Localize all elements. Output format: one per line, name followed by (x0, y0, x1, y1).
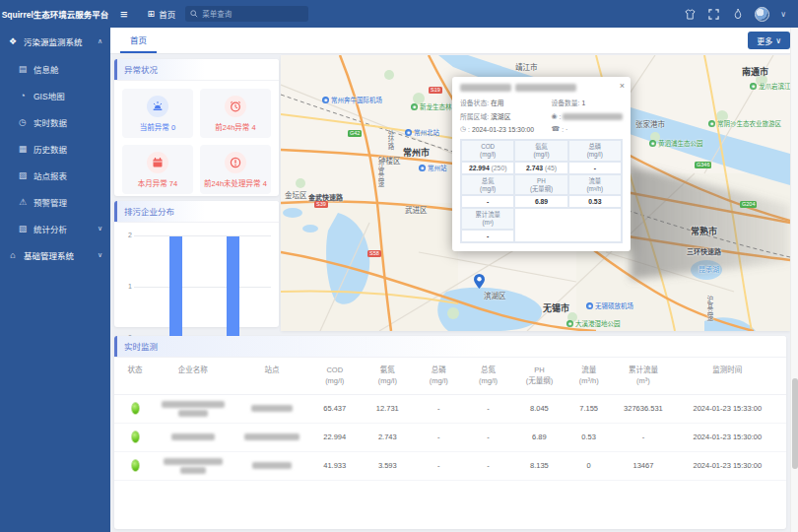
cell-监测时间: 2024-01-23 15:33:00 (675, 404, 780, 413)
column-header-累计流量: 累计流量(m³) (612, 365, 675, 387)
menu-item-icon: ◷ (18, 117, 28, 127)
table-row[interactable]: 41.9333.593--8.1350134672024-01-23 15:30… (114, 452, 786, 481)
cell-COD: 65.437 (308, 404, 362, 413)
map-poi-green-大溪港湿地公园: ●大溪港湿地公园 (566, 318, 621, 328)
enterprise-bar-chart: 210无锡市滨湖区 (134, 236, 271, 339)
map-label-靖江市: 靖江市 (515, 61, 538, 72)
sidebar-item-5[interactable]: ⚠ 预警管理 (0, 188, 110, 215)
map-label-金坛区: 金坛区 (285, 189, 307, 200)
sidebar-item-1[interactable]: ◔ GIS地图 (0, 82, 110, 108)
popup-param-value: - (461, 230, 514, 242)
sidebar-item-3[interactable]: ▦ 历史数据 (0, 135, 110, 162)
phone-value: · (565, 126, 567, 133)
sidebar-toggle-icon[interactable]: ≡ (110, 7, 138, 22)
menu-item-icon: ▦ (18, 144, 28, 154)
status-green-dot (131, 402, 140, 415)
user-avatar[interactable] (755, 7, 769, 22)
bar-滨湖区[interactable] (227, 236, 239, 338)
popup-param-value: 2.743 (45) (514, 162, 567, 174)
location-pin-icon: ◉ (551, 112, 557, 120)
enterprise-distribution-card: 排污企业分布 210无锡市滨湖区 (114, 201, 279, 327)
road-shield-S39: S39 (314, 201, 328, 208)
abnormal-stat-0[interactable]: 当前异常 0 (122, 89, 193, 138)
popup-param-value: 0.53 (568, 195, 622, 208)
menu-item-icon: ⚠ (18, 197, 28, 207)
cell-总磷: - (414, 432, 463, 441)
sidebar-item-2[interactable]: ◷ 实时数据 (0, 108, 110, 135)
map-poi-green-新龙生态林: ●新龙生态林 (411, 101, 452, 111)
sidebar-item-0[interactable]: ▤ 信息舱 (0, 55, 110, 82)
sidebar-nav: ❖ 污染源监测系统 ∧ ▤ 信息舱◔ GIS地图◷ 实时数据▦ 历史数据▨ 站点… (0, 28, 110, 532)
site-name-redacted (235, 462, 308, 469)
flame-icon[interactable] (731, 8, 744, 21)
cell-流量: 0 (565, 461, 612, 470)
bar-无锡市[interactable] (169, 236, 182, 338)
cell-累计流量: 13467 (612, 461, 675, 470)
sidebar-group-label: 基础管理系统 (24, 249, 74, 261)
status-green-dot (131, 459, 140, 472)
cell-流量: 7.155 (565, 404, 612, 413)
map-poi-blue-常州奔牛国际机场: ●常州奔牛国际机场 (322, 95, 382, 104)
cell-PH: 6.89 (513, 432, 566, 441)
table-row[interactable]: 22.9942.743--6.890.53-2024-01-23 15:30:0… (114, 424, 786, 452)
sidebar-item-6[interactable]: ▧ 统计分析∨ (0, 215, 110, 241)
chevron-down-icon: ∨ (775, 36, 781, 45)
map-panel[interactable]: 靖江市南通市张家港市●常州奔牛国际机场●新龙生态林●常州北站常州市钟楼区●常州站… (281, 55, 790, 331)
popup-measurements-table: COD(mg/l)氨氮(mg/l)总磷(mg/l)22.994 (250)2.7… (460, 139, 623, 243)
abnormal-stat-3[interactable]: 前24h未处理异常 4 (200, 145, 271, 194)
poi-marker-icon: ● (322, 97, 329, 103)
more-button[interactable]: 更多∨ (748, 32, 790, 49)
status-green-dot (131, 431, 140, 443)
column-header-流量: 流量(m³/h) (565, 365, 612, 387)
map-label-江宜高速: 江宜高速 (375, 162, 385, 187)
column-header-监测时间: 监测时间 (675, 365, 780, 387)
map-poi-green-黄泗浦生态公园: ●黄泗浦生态公园 (649, 138, 703, 148)
chart-gridline (134, 287, 271, 288)
popup-param-header: 氨氮(mg/l) (514, 140, 567, 162)
road-shield-S58: S58 (367, 250, 381, 257)
column-header-企业名称: 企业名称 (150, 365, 235, 387)
chart-gridline (134, 235, 271, 236)
popup-time: 2024-01-23 15:30:00 (472, 126, 534, 133)
map-label-张家港市: 张家港市 (635, 118, 665, 129)
cell-累计流量: - (612, 432, 675, 441)
cell-总氮: - (463, 404, 512, 413)
breadcrumb[interactable]: ⊞ 首页 (138, 8, 186, 20)
breadcrumb-home[interactable]: 首页 (159, 8, 175, 20)
menu-search-input[interactable] (202, 10, 300, 19)
cell-氨氮: 3.593 (362, 461, 415, 470)
menu-item-label: 信息舱 (33, 63, 59, 75)
menu-item-label: 历史数据 (33, 143, 67, 155)
user-menu-chevron-icon[interactable]: ∨ (780, 10, 786, 19)
warning-circle-icon (225, 152, 246, 173)
abnormal-stat-2[interactable]: 本月异常 74 (122, 145, 193, 194)
column-header-PH: PH(无量纲) (513, 365, 566, 387)
map-label-昆承湖: 昆承湖 (698, 264, 719, 274)
tab-home[interactable]: 首页 (120, 28, 157, 53)
table-row[interactable]: 65.43712.731--8.0457.155327636.5312024-0… (114, 395, 786, 424)
popup-param-header: PH(无量纲) (514, 174, 567, 196)
sidebar-group-base-management[interactable]: ⌂ 基础管理系统 ∨ (0, 241, 110, 269)
menu-search-box[interactable] (185, 6, 308, 22)
close-icon[interactable]: × (620, 81, 625, 91)
map-label-无锡市: 无锡市 (543, 301, 569, 314)
map-poi-blue-常州北站: ●常州北站 (405, 127, 439, 137)
menu-item-label: 站点报表 (33, 169, 67, 181)
scrollbar-thumb[interactable] (792, 378, 798, 469)
page-scrollbar[interactable] (790, 28, 798, 532)
theme-icon[interactable] (684, 8, 697, 21)
popup-param-value: - (461, 195, 514, 208)
y-axis-tick: 1 (122, 283, 132, 290)
monitor-table-body: 65.43712.731--8.0457.155327636.5312024-0… (114, 395, 786, 481)
menu-item-icon: ▧ (18, 224, 28, 233)
fullscreen-icon[interactable] (707, 8, 720, 21)
map-label-三环快速路: 三环快速路 (687, 246, 721, 256)
abnormal-stat-1[interactable]: 前24h异常 4 (200, 89, 271, 138)
map-poi-green-龙爪岩滨江风光带: ●龙爪岩滨江风光带 (750, 81, 790, 91)
topbar-actions: ∨ (684, 7, 798, 22)
base-system-icon: ⌂ (8, 250, 18, 260)
map-label-武进区: 武进区 (405, 204, 428, 215)
sidebar-group-pollution-monitor[interactable]: ❖ 污染源监测系统 ∧ (0, 28, 110, 55)
popup-param-value: 6.89 (514, 195, 567, 208)
sidebar-item-4[interactable]: ▨ 站点报表 (0, 162, 110, 188)
